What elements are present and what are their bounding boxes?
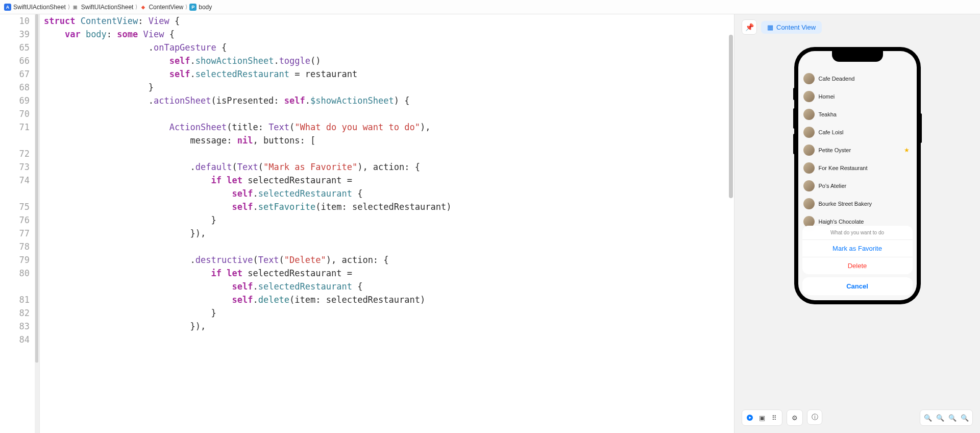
cancel-button[interactable]: Cancel: [802, 277, 913, 295]
pin-preview-button[interactable]: 📌: [742, 19, 757, 35]
clipboard-icon: ▦: [767, 23, 773, 31]
selectable-preview-button[interactable]: ▣: [756, 412, 768, 424]
iphone-notch: [832, 51, 883, 62]
restaurant-name: Homei: [819, 93, 835, 100]
swift-icon: ◆: [139, 4, 146, 11]
restaurant-list[interactable]: Cafe Deadend Homei Teakha Cafe Loisl Pet…: [798, 51, 917, 230]
list-item[interactable]: Homei: [798, 87, 917, 105]
list-item[interactable]: Po's Atelier: [798, 177, 917, 195]
phone-switch: [793, 88, 795, 100]
property-icon: P: [189, 4, 197, 11]
code-editor[interactable]: 103965666768697071 727374 757677787980 8…: [0, 14, 734, 433]
breadcrumb-body[interactable]: P body: [189, 4, 212, 11]
list-item[interactable]: Petite Oyster ★: [798, 141, 917, 159]
restaurant-thumb-icon: [803, 180, 815, 191]
chevron-right-icon: ⟩: [185, 4, 187, 10]
preview-controls: ▣ ⠿: [742, 410, 782, 426]
breadcrumb-label: SwiftUIActionSheet: [13, 4, 66, 11]
restaurant-thumb-icon: [803, 109, 815, 120]
zoom-fit-button[interactable]: 🔍: [934, 412, 946, 424]
breadcrumb-label: SwiftUIActionSheet: [81, 4, 134, 11]
list-item[interactable]: For Kee Restaurant: [798, 159, 917, 177]
restaurant-thumb-icon: [803, 162, 815, 174]
star-icon: ★: [904, 147, 910, 154]
zoom-actual-button[interactable]: 🔍: [946, 412, 959, 424]
preview-name: Content View: [776, 23, 816, 31]
chevron-right-icon: ⟩: [68, 4, 70, 10]
inspect-button[interactable]: ⓘ: [807, 410, 822, 425]
xcode-project-icon: A: [4, 4, 11, 11]
live-preview-button[interactable]: [744, 412, 756, 424]
mark-favorite-button[interactable]: Mark as Favorite: [802, 240, 913, 257]
list-item[interactable]: Cafe Deadend: [798, 69, 917, 87]
phone-volume-up: [793, 108, 795, 129]
scrollbar-thumb[interactable]: [729, 35, 733, 198]
breadcrumb-view[interactable]: ◆ ContentView: [139, 4, 183, 11]
phone-power: [920, 113, 922, 143]
code-text[interactable]: struct ContentView: View { var body: som…: [40, 14, 734, 433]
device-settings-button[interactable]: ⚙: [789, 412, 801, 424]
iphone-frame: Cafe Deadend Homei Teakha Cafe Loisl Pet…: [794, 47, 921, 304]
restaurant-thumb-icon: [803, 127, 815, 138]
breadcrumb-project[interactable]: A SwiftUIActionSheet: [4, 4, 66, 11]
restaurant-thumb-icon: [803, 73, 815, 84]
preview-selector[interactable]: ▦ Content View: [761, 21, 822, 34]
breadcrumb-label: body: [199, 4, 212, 11]
restaurant-name: Teakha: [819, 111, 837, 117]
breadcrumb: A SwiftUIActionSheet ⟩ ▣ SwiftUIActionSh…: [0, 0, 980, 14]
phone-volume-down: [793, 134, 795, 154]
list-item[interactable]: Cafe Loisl: [798, 123, 917, 141]
line-number-gutter: 103965666768697071 727374 757677787980 8…: [0, 14, 35, 433]
iphone-screen[interactable]: Cafe Deadend Homei Teakha Cafe Loisl Pet…: [798, 51, 917, 300]
action-sheet: What do you want to do Mark as Favorite …: [802, 226, 913, 295]
variants-button[interactable]: ⠿: [768, 412, 780, 424]
folder-icon: ▣: [72, 4, 79, 11]
restaurant-name: Po's Atelier: [819, 183, 847, 189]
breadcrumb-label: ContentView: [149, 4, 183, 11]
restaurant-name: Cafe Loisl: [819, 129, 844, 135]
fold-indicator[interactable]: [35, 14, 38, 363]
restaurant-name: For Kee Restaurant: [819, 165, 868, 171]
zoom-out-button[interactable]: 🔍: [922, 412, 934, 424]
restaurant-name: Bourke Street Bakery: [819, 201, 872, 207]
preview-canvas: 📌 ▦ Content View Cafe Deadend Homei Teak…: [734, 14, 980, 433]
zoom-controls: 🔍 🔍 🔍 🔍: [920, 410, 973, 426]
delete-button[interactable]: Delete: [802, 257, 913, 274]
restaurant-name: Petite Oyster: [819, 147, 851, 153]
action-sheet-title: What do you want to do: [802, 226, 913, 240]
fold-gutter[interactable]: [35, 14, 40, 433]
restaurant-thumb-icon: [803, 145, 815, 156]
list-item[interactable]: Teakha: [798, 105, 917, 123]
pin-icon: 📌: [745, 23, 754, 31]
chevron-right-icon: ⟩: [135, 4, 137, 10]
restaurant-thumb-icon: [803, 198, 815, 209]
device-settings: ⚙: [787, 410, 803, 426]
list-item[interactable]: Bourke Street Bakery: [798, 195, 917, 212]
restaurant-name: Cafe Deadend: [819, 76, 855, 82]
zoom-in-button[interactable]: 🔍: [959, 412, 971, 424]
restaurant-name: Haigh's Chocolate: [819, 219, 864, 225]
breadcrumb-folder[interactable]: ▣ SwiftUIActionSheet: [72, 4, 134, 11]
restaurant-thumb-icon: [803, 91, 815, 102]
